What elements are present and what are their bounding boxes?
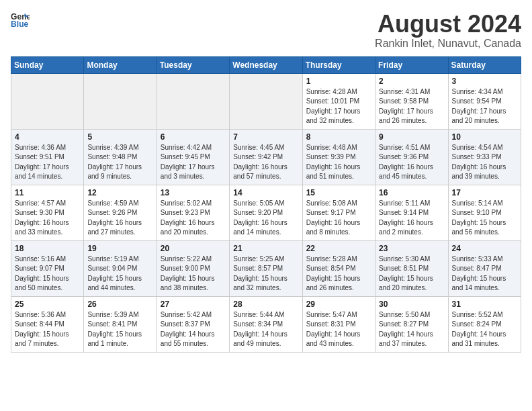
calendar-cell: 5Sunrise: 4:39 AM Sunset: 9:48 PM Daylig… (84, 129, 157, 185)
day-number: 25 (15, 300, 80, 309)
calendar-cell: 23Sunrise: 5:30 AM Sunset: 8:51 PM Dayli… (375, 240, 448, 296)
day-number: 21 (233, 244, 298, 253)
calendar-cell: 10Sunrise: 4:54 AM Sunset: 9:33 PM Dayli… (448, 129, 521, 185)
calendar-cell: 4Sunrise: 4:36 AM Sunset: 9:51 PM Daylig… (11, 129, 84, 185)
day-info: Sunrise: 5:25 AM Sunset: 8:57 PM Dayligh… (233, 255, 298, 293)
weekday-header-sunday: Sunday (11, 56, 84, 73)
day-info: Sunrise: 5:36 AM Sunset: 8:44 PM Dayligh… (15, 310, 80, 349)
day-number: 7 (233, 132, 298, 142)
day-number: 13 (161, 188, 226, 197)
day-number: 1 (306, 77, 371, 86)
day-info: Sunrise: 5:52 AM Sunset: 8:24 PM Dayligh… (452, 310, 517, 349)
calendar-cell: 21Sunrise: 5:25 AM Sunset: 8:57 PM Dayli… (230, 240, 302, 296)
calendar-cell: 26Sunrise: 5:39 AM Sunset: 8:41 PM Dayli… (84, 296, 157, 352)
calendar-cell: 2Sunrise: 4:31 AM Sunset: 9:58 PM Daylig… (375, 73, 448, 129)
day-info: Sunrise: 5:14 AM Sunset: 9:10 PM Dayligh… (452, 199, 517, 238)
day-number: 9 (379, 132, 444, 142)
day-number: 10 (452, 132, 517, 142)
day-info: Sunrise: 4:36 AM Sunset: 9:51 PM Dayligh… (15, 143, 80, 182)
day-info: Sunrise: 5:44 AM Sunset: 8:34 PM Dayligh… (233, 310, 298, 349)
calendar-cell: 1Sunrise: 4:28 AM Sunset: 10:01 PM Dayli… (302, 73, 375, 129)
day-info: Sunrise: 5:30 AM Sunset: 8:51 PM Dayligh… (379, 255, 444, 293)
day-number: 8 (306, 132, 371, 142)
calendar-row-4: 18Sunrise: 5:16 AM Sunset: 9:07 PM Dayli… (11, 240, 521, 296)
day-info: Sunrise: 5:42 AM Sunset: 8:37 PM Dayligh… (161, 310, 226, 349)
calendar-cell (84, 73, 157, 129)
calendar-cell: 30Sunrise: 5:50 AM Sunset: 8:27 PM Dayli… (375, 296, 448, 352)
calendar-cell: 25Sunrise: 5:36 AM Sunset: 8:44 PM Dayli… (11, 296, 84, 352)
day-number: 14 (233, 188, 298, 197)
day-number: 31 (452, 300, 517, 309)
calendar-row-5: 25Sunrise: 5:36 AM Sunset: 8:44 PM Dayli… (11, 296, 521, 352)
day-info: Sunrise: 5:28 AM Sunset: 8:54 PM Dayligh… (306, 255, 371, 293)
day-number: 26 (87, 300, 152, 309)
day-number: 11 (15, 188, 80, 197)
day-info: Sunrise: 5:02 AM Sunset: 9:23 PM Dayligh… (161, 199, 226, 238)
calendar-cell: 20Sunrise: 5:22 AM Sunset: 9:00 PM Dayli… (157, 240, 229, 296)
day-number: 18 (15, 244, 80, 253)
calendar-cell: 13Sunrise: 5:02 AM Sunset: 9:23 PM Dayli… (157, 185, 229, 240)
day-info: Sunrise: 5:39 AM Sunset: 8:41 PM Dayligh… (87, 310, 152, 349)
calendar-cell: 16Sunrise: 5:11 AM Sunset: 9:14 PM Dayli… (375, 185, 448, 240)
calendar-cell (11, 73, 84, 129)
location-title: Rankin Inlet, Nunavut, Canada (375, 38, 521, 50)
day-number: 30 (379, 300, 444, 309)
day-info: Sunrise: 5:08 AM Sunset: 9:17 PM Dayligh… (306, 199, 371, 238)
day-number: 22 (306, 244, 371, 253)
day-info: Sunrise: 4:48 AM Sunset: 9:39 PM Dayligh… (306, 143, 371, 182)
calendar-cell: 11Sunrise: 4:57 AM Sunset: 9:30 PM Dayli… (11, 185, 84, 240)
day-number: 16 (379, 188, 444, 197)
day-info: Sunrise: 5:47 AM Sunset: 8:31 PM Dayligh… (306, 310, 371, 349)
calendar-cell: 9Sunrise: 4:51 AM Sunset: 9:36 PM Daylig… (375, 129, 448, 185)
day-info: Sunrise: 4:42 AM Sunset: 9:45 PM Dayligh… (161, 143, 226, 182)
day-number: 23 (379, 244, 444, 253)
weekday-header-wednesday: Wednesday (230, 56, 302, 73)
day-number: 27 (161, 300, 226, 309)
calendar-cell: 27Sunrise: 5:42 AM Sunset: 8:37 PM Dayli… (157, 296, 229, 352)
calendar-cell: 14Sunrise: 5:05 AM Sunset: 9:20 PM Dayli… (230, 185, 302, 240)
calendar-cell (157, 73, 229, 129)
day-info: Sunrise: 5:05 AM Sunset: 9:20 PM Dayligh… (233, 199, 298, 238)
page-header: General Blue August 2024 Rankin Inlet, N… (11, 11, 521, 50)
calendar-cell: 19Sunrise: 5:19 AM Sunset: 9:04 PM Dayli… (84, 240, 157, 296)
day-info: Sunrise: 4:31 AM Sunset: 9:58 PM Dayligh… (379, 87, 444, 126)
calendar-cell: 17Sunrise: 5:14 AM Sunset: 9:10 PM Dayli… (448, 185, 521, 240)
calendar-cell: 8Sunrise: 4:48 AM Sunset: 9:39 PM Daylig… (302, 129, 375, 185)
day-info: Sunrise: 5:19 AM Sunset: 9:04 PM Dayligh… (87, 255, 152, 293)
calendar-cell: 29Sunrise: 5:47 AM Sunset: 8:31 PM Dayli… (302, 296, 375, 352)
day-number: 24 (452, 244, 517, 253)
calendar-header-row: SundayMondayTuesdayWednesdayThursdayFrid… (11, 56, 521, 73)
day-info: Sunrise: 4:34 AM Sunset: 9:54 PM Dayligh… (452, 87, 517, 126)
weekday-header-monday: Monday (84, 56, 157, 73)
calendar-cell: 6Sunrise: 4:42 AM Sunset: 9:45 PM Daylig… (157, 129, 229, 185)
day-number: 15 (306, 188, 371, 197)
weekday-header-tuesday: Tuesday (157, 56, 229, 73)
day-info: Sunrise: 4:51 AM Sunset: 9:36 PM Dayligh… (379, 143, 444, 182)
calendar-row-2: 4Sunrise: 4:36 AM Sunset: 9:51 PM Daylig… (11, 129, 521, 185)
calendar-cell: 18Sunrise: 5:16 AM Sunset: 9:07 PM Dayli… (11, 240, 84, 296)
day-info: Sunrise: 5:33 AM Sunset: 8:47 PM Dayligh… (452, 255, 517, 293)
logo: General Blue (11, 11, 30, 30)
day-number: 3 (452, 77, 517, 86)
month-title: August 2024 (375, 11, 521, 38)
day-info: Sunrise: 4:39 AM Sunset: 9:48 PM Dayligh… (87, 143, 152, 182)
day-info: Sunrise: 5:11 AM Sunset: 9:14 PM Dayligh… (379, 199, 444, 238)
day-number: 20 (161, 244, 226, 253)
calendar-table: SundayMondayTuesdayWednesdayThursdayFrid… (11, 56, 521, 353)
day-info: Sunrise: 4:59 AM Sunset: 9:26 PM Dayligh… (87, 199, 152, 238)
day-info: Sunrise: 5:50 AM Sunset: 8:27 PM Dayligh… (379, 310, 444, 349)
day-number: 28 (233, 300, 298, 309)
calendar-row-3: 11Sunrise: 4:57 AM Sunset: 9:30 PM Dayli… (11, 185, 521, 240)
day-number: 4 (15, 132, 80, 142)
svg-text:Blue: Blue (11, 19, 29, 29)
day-info: Sunrise: 4:54 AM Sunset: 9:33 PM Dayligh… (452, 143, 517, 182)
day-number: 17 (452, 188, 517, 197)
calendar-cell (230, 73, 302, 129)
day-info: Sunrise: 5:16 AM Sunset: 9:07 PM Dayligh… (15, 255, 80, 293)
weekday-header-thursday: Thursday (302, 56, 375, 73)
day-info: Sunrise: 4:45 AM Sunset: 9:42 PM Dayligh… (233, 143, 298, 182)
title-block: August 2024 Rankin Inlet, Nunavut, Canad… (375, 11, 521, 50)
day-info: Sunrise: 4:57 AM Sunset: 9:30 PM Dayligh… (15, 199, 80, 238)
day-info: Sunrise: 5:22 AM Sunset: 9:00 PM Dayligh… (161, 255, 226, 293)
day-number: 6 (161, 132, 226, 142)
